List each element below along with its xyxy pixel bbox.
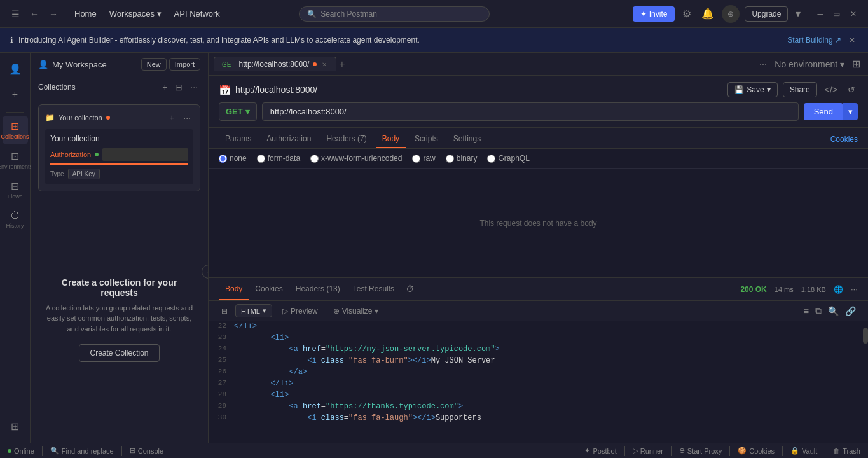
workspace-name: My Workspace	[52, 60, 107, 69]
online-status[interactable]: Online	[8, 447, 34, 455]
avatar[interactable]: ⊕	[722, 5, 740, 23]
tab-close-button[interactable]: ✕	[320, 61, 328, 68]
forward-icon[interactable]: →	[45, 6, 62, 22]
tab-body[interactable]: Body	[376, 130, 406, 148]
code-line-27: 27 </li>	[209, 378, 868, 390]
resp-history-icon[interactable]: ⏱	[406, 284, 414, 294]
workspaces-link[interactable]: Workspaces ▾	[104, 6, 167, 21]
card-more-icon[interactable]: ···	[181, 111, 193, 124]
env-selector[interactable]: No environment ▾	[772, 55, 847, 73]
tab-authorization[interactable]: Authorization	[260, 130, 317, 148]
sidebar-item-environments[interactable]: ⊡ Environments	[3, 146, 28, 174]
body-option-graphql[interactable]: GraphQL	[487, 154, 529, 163]
cookies-link[interactable]: Cookies	[830, 135, 858, 144]
api-network-link[interactable]: API Network	[169, 6, 225, 21]
settings-icon[interactable]: ⚙	[680, 5, 694, 22]
vault-icon: 🔒	[790, 447, 799, 455]
resp-tab-body[interactable]: Body	[219, 278, 249, 300]
resp-tab-test-results[interactable]: Test Results	[347, 278, 401, 300]
notifications-icon[interactable]: 🔔	[699, 5, 717, 22]
add-collection-icon[interactable]: +	[160, 81, 170, 94]
console-item[interactable]: ⊟ Console	[130, 447, 163, 455]
find-replace-label: Find and replace	[62, 447, 114, 455]
vault-item[interactable]: 🔒 Vault	[790, 447, 817, 455]
code-view-icon[interactable]: </>	[822, 82, 840, 97]
resp-tab-headers[interactable]: Headers (13)	[289, 278, 347, 300]
titlebar-actions: ✦ Invite ⚙ 🔔 ⊕ Upgrade ▾	[633, 5, 804, 23]
invite-button[interactable]: ✦ Invite	[633, 6, 675, 22]
tab-more-icon[interactable]: ⋯	[757, 55, 769, 73]
cookies-status-item[interactable]: 🍪 Cookies	[738, 447, 775, 455]
link-icon[interactable]: 🔗	[843, 303, 858, 318]
new-button[interactable]: New	[141, 58, 167, 71]
save-button[interactable]: 💾 Save ▾	[727, 82, 777, 97]
panel-more-icon[interactable]: ···	[188, 81, 200, 94]
refresh-icon[interactable]: ↺	[845, 82, 858, 97]
scrollbar-thumb[interactable]	[863, 328, 868, 344]
start-building-link[interactable]: Start Building ↗	[787, 36, 841, 45]
type-dropdown[interactable]: API Key	[68, 169, 100, 179]
add-tab-button[interactable]: +	[339, 59, 345, 70]
trash-item[interactable]: 🗑 Trash	[833, 447, 860, 455]
no-body-message: This request does not have a body	[209, 169, 868, 277]
sidebar-icons: 👤 + ⊞ Collections ⊡ Environments ⊟ Flows…	[0, 53, 31, 443]
preview-button[interactable]: ▷ Preview	[277, 305, 323, 317]
format-select[interactable]: HTML ▾	[235, 304, 272, 317]
sidebar-item-add[interactable]: +	[3, 85, 28, 104]
send-dropdown-button[interactable]: ▾	[843, 103, 858, 120]
search-bar[interactable]: 🔍 Search Postman	[299, 6, 490, 22]
url-input[interactable]	[262, 102, 799, 121]
method-select[interactable]: GET ▾	[219, 102, 257, 121]
body-option-raw[interactable]: raw	[412, 154, 435, 163]
trash-icon: 🗑	[833, 447, 840, 455]
home-link[interactable]: Home	[69, 6, 102, 21]
chevron-down-icon[interactable]: ▾	[793, 5, 803, 22]
workspace-header: 👤 My Workspace New Import	[31, 53, 208, 76]
tab-params[interactable]: Params	[219, 130, 258, 148]
sidebar-item-history[interactable]: ⏱ History	[3, 206, 28, 233]
back-icon[interactable]: ←	[26, 6, 43, 22]
menu-icon[interactable]: ☰	[8, 6, 24, 22]
sidebar-item-collections[interactable]: ⊞ Collections	[3, 116, 28, 144]
layout-icon[interactable]: ⊞	[850, 55, 863, 73]
visualize-button[interactable]: ⊕ Visualize ▾	[328, 305, 384, 317]
search-icon: 🔍	[307, 10, 317, 18]
postbot-item[interactable]: ✦ Postbot	[584, 447, 616, 455]
wrap-icon[interactable]: ⊟	[219, 304, 230, 318]
close-button[interactable]: ✕	[846, 7, 860, 21]
card-add-icon[interactable]: +	[167, 111, 177, 124]
collection-card-body: Your collection Authorization Type API K…	[45, 129, 193, 184]
tab-settings[interactable]: Settings	[447, 130, 487, 148]
active-request-tab[interactable]: GET http://localhost:8000/ ✕	[214, 57, 336, 71]
maximize-button[interactable]: ▭	[829, 7, 844, 21]
banner-close-icon[interactable]: ✕	[846, 33, 858, 47]
create-collection-area: Create a collection for your requests A …	[31, 197, 208, 443]
search-resp-icon[interactable]: 🔍	[826, 303, 841, 318]
tab-headers[interactable]: Headers (7)	[320, 130, 373, 148]
share-button[interactable]: Share	[783, 82, 817, 97]
scrollbar-track[interactable]	[863, 321, 868, 443]
start-proxy-item[interactable]: ⊕ Start Proxy	[679, 447, 722, 455]
import-button[interactable]: Import	[169, 58, 200, 71]
collection-preview-card: 📁 Your collecton + ··· Your collection A…	[38, 104, 200, 191]
sidebar-item-workspace[interactable]: 👤	[3, 59, 28, 79]
find-replace-item[interactable]: 🔍 Find and replace	[50, 447, 114, 455]
resp-more-icon[interactable]: ···	[851, 284, 858, 294]
create-collection-desc: A collection lets you group related requ…	[43, 303, 195, 335]
body-option-urlencoded[interactable]: x-www-form-urlencoded	[310, 154, 402, 163]
sidebar-item-flows[interactable]: ⊟ Flows	[3, 176, 28, 204]
create-collection-button[interactable]: Create Collection	[79, 344, 159, 362]
body-option-none[interactable]: none	[219, 154, 247, 163]
list-view-icon[interactable]: ≡	[802, 303, 811, 318]
sidebar-item-more[interactable]: ⊞	[3, 417, 28, 436]
filter-icon[interactable]: ⊟	[172, 81, 185, 94]
runner-item[interactable]: ▷ Runner	[633, 447, 663, 455]
tab-scripts[interactable]: Scripts	[408, 130, 444, 148]
send-button[interactable]: Send	[804, 103, 843, 120]
body-option-binary[interactable]: binary	[446, 154, 478, 163]
copy-icon[interactable]: ⧉	[813, 303, 823, 318]
minimize-button[interactable]: ─	[813, 7, 827, 21]
resp-tab-cookies[interactable]: Cookies	[249, 278, 289, 300]
upgrade-button[interactable]: Upgrade	[745, 6, 788, 22]
body-option-form-data[interactable]: form-data	[257, 154, 300, 163]
